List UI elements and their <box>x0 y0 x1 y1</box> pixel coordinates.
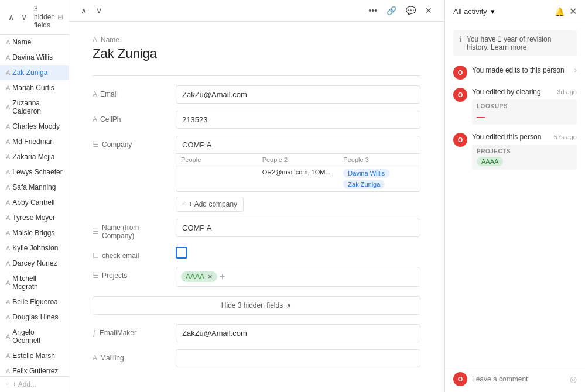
sidebar-item[interactable]: AZak Zuniga <box>0 65 69 80</box>
sidebar-item[interactable]: AKylie Johnston <box>0 240 69 256</box>
activity-header: All activity ▾ 🔔 ✕ <box>445 0 585 23</box>
activity-content: You edited by clearing 3d ago LOOKUPS— <box>472 88 577 125</box>
activity-entry: O You made edits to this person › <box>453 66 577 80</box>
activity-meta: You edited by clearing 3d ago <box>472 88 577 96</box>
nav-next-btn[interactable]: ∨ <box>94 5 104 16</box>
sidebar-item[interactable]: AAngelo Oconnell <box>0 325 69 348</box>
comment-input[interactable] <box>472 375 565 383</box>
sidebar-item[interactable]: AMd Friedman <box>0 134 69 149</box>
sidebar-item-icon: A <box>6 367 10 374</box>
sidebar-item[interactable]: AZuzanna Calderon <box>0 95 69 119</box>
sidebar-item[interactable]: AMaisie Briggs <box>0 225 69 240</box>
email-input[interactable] <box>176 85 420 104</box>
check-email-icon: ☐ <box>93 252 99 260</box>
link-btn[interactable]: 🔗 <box>384 5 399 16</box>
sidebar-item-label: Douglas Hines <box>12 313 58 321</box>
check-email-row: ☐ check email <box>93 247 420 260</box>
activity-info-text: You have 1 year of revision history. Lea… <box>467 35 571 51</box>
sidebar-item[interactable]: ABelle Figueroa <box>0 294 69 310</box>
activity-chevron[interactable]: › <box>574 66 577 74</box>
project-tag-add[interactable]: + <box>220 272 225 281</box>
sidebar-item[interactable]: AZakaria Mejia <box>0 149 69 164</box>
record-title: Zak Zuniga <box>93 46 420 61</box>
project-tag-remove[interactable]: ✕ <box>206 273 213 281</box>
panel-close-btn[interactable]: ✕ <box>569 6 577 17</box>
projects-value: AAAA ✕ + <box>176 267 420 287</box>
col-people2-header: People 2 <box>258 154 339 166</box>
sidebar-item-icon: A <box>6 314 10 321</box>
sidebar-item-label: Maisie Briggs <box>12 229 54 237</box>
name-label-text: Name <box>101 36 119 44</box>
hidden-fields-label: 3 hidden fields <box>34 5 55 29</box>
record-body: A Name Zak Zuniga A Email A CellPh <box>69 22 444 392</box>
projects-row: ☰ Projects AAAA ✕ + <box>93 267 420 287</box>
activity-title-group[interactable]: All activity ▾ <box>453 7 495 16</box>
sidebar-item-label: Charles Moody <box>12 122 60 130</box>
sidebar-item[interactable]: ADouglas Hines <box>0 310 69 325</box>
sidebar-item[interactable]: AFelix Gutierrez <box>0 363 69 376</box>
cellph-input[interactable] <box>176 111 420 129</box>
nav-down-btn[interactable]: ∨ <box>19 11 29 23</box>
sidebar-item-icon: A <box>6 138 10 145</box>
email-row: A Email <box>93 85 420 104</box>
name-from-company-row: ☰ Name (from Company) <box>93 219 420 240</box>
sidebar-item-icon: A <box>6 169 10 176</box>
sidebar-item[interactable]: AAbby Cantrell <box>0 195 69 210</box>
sidebar-item-label: Angelo Oconnell <box>12 328 63 345</box>
name-from-company-input[interactable] <box>176 219 420 237</box>
projects-tags-input[interactable]: AAAA ✕ + <box>176 267 420 287</box>
mailing-input[interactable] <box>176 349 420 367</box>
mailing-row: A Mailling <box>93 349 420 367</box>
sidebar-item-icon: A <box>6 184 10 191</box>
activity-text: You made edits to this person <box>472 66 565 74</box>
comment-avatar: O <box>453 372 467 386</box>
activity-avatar: O <box>453 66 467 80</box>
projects-label: ☰ Projects <box>93 267 169 280</box>
nav-prev-btn[interactable]: ∧ <box>78 5 89 16</box>
nav-up-btn[interactable]: ∧ <box>6 11 16 23</box>
sidebar-item-label: Name <box>12 38 31 46</box>
sidebar: ∧ ∨ 3 hidden fields ⊟ ANameADavina Willi… <box>0 0 69 392</box>
sidebar-item-icon: A <box>6 123 10 130</box>
company-row: ☰ Company COMP A People People 2 People … <box>93 136 420 212</box>
company-value: COMP A People People 2 People 3 OR2@mail… <box>176 136 420 212</box>
sidebar-item[interactable]: ATyrese Moyer <box>0 210 69 225</box>
sidebar-item[interactable]: ADavina Willis <box>0 50 69 65</box>
sidebar-item[interactable]: AMariah Curtis <box>0 80 69 95</box>
company-table: People People 2 People 3 OR2@mail.com, 1… <box>176 154 420 191</box>
mailing-icon: A <box>93 354 97 362</box>
sidebar-item[interactable]: AMitchell Mcgrath <box>0 271 69 294</box>
name-from-company-icon: ☰ <box>93 228 99 236</box>
sidebar-item-icon: A <box>6 54 10 61</box>
sidebar-item[interactable]: ACharles Moody <box>0 119 69 134</box>
close-btn[interactable]: ✕ <box>423 5 435 16</box>
sidebar-item[interactable]: ALewys Schaefer <box>0 164 69 180</box>
sidebar-item[interactable]: AEstelle Marsh <box>0 348 69 363</box>
activity-content: You made edits to this person › <box>472 66 577 74</box>
add-company-btn[interactable]: + + Add company <box>176 197 244 212</box>
check-email-label: ☐ check email <box>93 247 169 260</box>
hidden-fields-label: Hide 3 hidden fields <box>221 301 283 310</box>
sidebar-item[interactable]: ADarcey Nunez <box>0 256 69 271</box>
sidebar-item[interactable]: AName <box>0 35 69 50</box>
filter-icon[interactable]: ⊟ <box>57 13 63 21</box>
cellph-label: A CellPh <box>93 111 169 123</box>
sidebar-item-label: Mitchell Mcgrath <box>12 274 63 291</box>
comment-send-btn[interactable]: ◎ <box>570 374 577 384</box>
hidden-fields-toggle[interactable]: Hide 3 hidden fields ∧ <box>93 296 420 315</box>
sidebar-item-label: Davina Willis <box>12 53 53 61</box>
project-tag-aaaa: AAAA ✕ <box>181 271 217 282</box>
emailmaker-input[interactable] <box>176 324 420 342</box>
bell-icon[interactable]: 🔔 <box>555 7 565 16</box>
activity-time: 3d ago <box>557 88 577 95</box>
comment-btn[interactable]: 💬 <box>403 5 418 16</box>
company-icon: ☰ <box>93 140 99 149</box>
check-email-checkbox[interactable] <box>176 247 187 259</box>
sidebar-item-icon: A <box>6 245 10 252</box>
add-button[interactable]: + + Add... <box>0 376 69 392</box>
sidebar-item-label: Lewys Schaefer <box>12 168 62 176</box>
more-options-btn[interactable]: ••• <box>366 5 379 16</box>
activity-text: You edited this person <box>472 133 541 141</box>
sidebar-item[interactable]: ASafa Manning <box>0 180 69 195</box>
company-box: COMP A People People 2 People 3 OR2@mail… <box>176 136 420 192</box>
